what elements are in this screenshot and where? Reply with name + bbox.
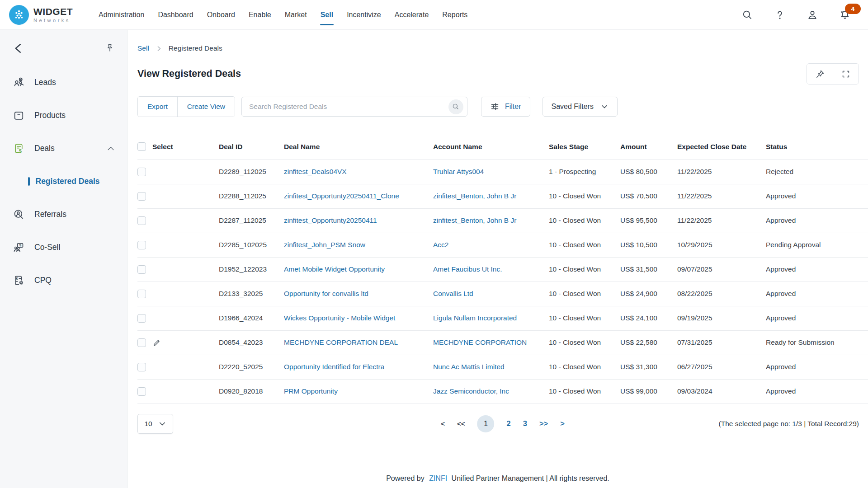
nav-item-accelerate[interactable]: Accelerate <box>388 0 436 29</box>
nav-item-incentivize[interactable]: Incentivize <box>340 0 388 29</box>
chevron-down-icon <box>600 103 609 111</box>
row-checkbox[interactable] <box>137 290 146 298</box>
cell-expected-close-date: 11/22/2025 <box>677 184 766 208</box>
header-sales-stage: Sales Stage <box>549 134 620 160</box>
nav-item-administration[interactable]: Administration <box>92 0 151 29</box>
row-checkbox[interactable] <box>137 168 146 176</box>
account-name-link[interactable]: Jazz Semiconductor, Inc <box>433 387 509 395</box>
create-view-button[interactable]: Create View <box>177 97 235 117</box>
header-amount: Amount <box>620 134 677 160</box>
cell-deal-id: D2220_52025 <box>219 355 284 379</box>
row-checkbox[interactable] <box>137 216 146 225</box>
logo[interactable]: WIDGET Networks <box>9 5 73 25</box>
cell-deal-id: D1966_42024 <box>219 306 284 330</box>
account-name-link[interactable]: MECHDYNE CORPORATION <box>433 338 527 346</box>
saved-filters-button[interactable]: Saved Filters <box>542 97 618 117</box>
nav-item-sell[interactable]: Sell <box>314 0 340 29</box>
pager-next-button[interactable]: > <box>560 419 565 428</box>
sidebar-item-label: Products <box>34 111 66 120</box>
nav-item-onboard[interactable]: Onboard <box>200 0 242 29</box>
page-size-value: 10 <box>144 420 152 428</box>
sidebar-item-leads[interactable]: Leads <box>0 66 127 99</box>
row-checkbox[interactable] <box>137 338 146 347</box>
sidebar-item-label: Co-Sell <box>34 243 60 252</box>
row-checkbox[interactable] <box>137 192 146 201</box>
sidebar-item-cpq[interactable]: $CPQ <box>0 264 127 297</box>
export-button[interactable]: Export <box>138 97 177 117</box>
account-name-link[interactable]: Truhlar Attys004 <box>433 168 484 175</box>
cell-status: Approved <box>766 282 868 306</box>
pin-view-button[interactable] <box>807 64 833 84</box>
nav-item-enable[interactable]: Enable <box>242 0 278 29</box>
nav-item-dashboard[interactable]: Dashboard <box>151 0 200 29</box>
table-row: D2287_112025zinfitest_Opportunty20250411… <box>137 208 868 233</box>
deal-name-link[interactable]: MECHDYNE CORPORATION DEAL <box>284 338 398 346</box>
deal-name-link[interactable]: zinfitest_Deals04VX <box>284 168 347 175</box>
breadcrumb-parent-link[interactable]: Sell <box>137 44 149 52</box>
search-icon[interactable] <box>741 9 753 21</box>
row-checkbox[interactable] <box>137 314 146 323</box>
deal-name-link[interactable]: zinfitest_John_PSM Snow <box>284 241 365 249</box>
help-icon[interactable] <box>774 9 786 21</box>
deal-name-link[interactable]: zinfitest_Opportunty20250411 <box>284 216 377 224</box>
account-name-link[interactable]: Convallis Ltd <box>433 290 473 297</box>
pager-first-button[interactable]: << <box>457 420 465 427</box>
nav-item-market[interactable]: Market <box>278 0 314 29</box>
deal-name-link[interactable]: PRM Opportunity <box>284 387 338 395</box>
notifications-bell-icon[interactable]: 4 <box>839 9 851 21</box>
deal-name-link[interactable]: Opportunity Identified for Electra <box>284 363 384 371</box>
deal-name-link[interactable]: Wickes Opportunity - Mobile Widget <box>284 314 395 322</box>
account-name-link[interactable]: Acc2 <box>433 241 448 249</box>
user-icon[interactable] <box>807 9 818 21</box>
row-checkbox[interactable] <box>137 265 146 274</box>
pager-page-2[interactable]: 2 <box>507 419 511 428</box>
search-submit-icon[interactable] <box>448 99 463 114</box>
pager-page-3[interactable]: 3 <box>523 419 527 428</box>
fullscreen-icon <box>841 69 851 79</box>
account-name-link[interactable]: Amet Faucibus Ut Inc. <box>433 265 502 273</box>
search-input[interactable] <box>249 103 448 111</box>
deal-name-link[interactable]: Amet Mobile Widget Opportunity <box>284 265 385 273</box>
cell-sales-stage: 10 - Closed Won <box>549 379 620 404</box>
cell-amount: US$ 99,000 <box>620 379 677 404</box>
cell-amount: US$ 95,500 <box>620 208 677 233</box>
page-info: (The selected page no: 1/3 | Total Recor… <box>719 420 859 428</box>
pager-last-button[interactable]: >> <box>539 419 548 428</box>
table-row: D2285_102025zinfitest_John_PSM SnowAcc21… <box>137 233 868 257</box>
deal-name-link[interactable]: zinfitest_Opportunty20250411_Clone <box>284 192 399 200</box>
fullscreen-button[interactable] <box>833 64 859 84</box>
nav-item-reports[interactable]: Reports <box>435 0 474 29</box>
page-size-select[interactable]: 10 <box>137 414 173 434</box>
account-name-link[interactable]: Ligula Nullam Incorporated <box>433 314 517 322</box>
row-checkbox[interactable] <box>137 241 146 249</box>
account-name-link[interactable]: zinfitest_Benton, John B Jr <box>433 192 516 200</box>
deals-icon: $ <box>13 142 25 155</box>
pager-prev-button[interactable]: < <box>441 420 445 427</box>
row-checkbox[interactable] <box>137 387 146 396</box>
sidebar-menu: LeadsProducts$DealsRegistered DealsRefer… <box>0 66 127 297</box>
sidebar-item-label: Deals <box>34 144 55 153</box>
footer-prefix: Powered by <box>386 474 425 482</box>
deal-name-link[interactable]: Opportunity for convallis ltd <box>284 290 368 297</box>
pager-page-1[interactable]: 1 <box>477 415 495 432</box>
cell-amount: US$ 70,500 <box>620 184 677 208</box>
select-all-checkbox[interactable] <box>137 142 146 151</box>
account-name-link[interactable]: Nunc Ac Mattis Limited <box>433 363 505 371</box>
edit-icon[interactable] <box>152 338 161 347</box>
sidebar-item-deals[interactable]: $Deals <box>0 132 127 165</box>
cell-amount: US$ 24,100 <box>620 306 677 330</box>
row-checkbox[interactable] <box>137 363 146 371</box>
sidebar-subitem-registered-deals[interactable]: Registered Deals <box>0 165 127 198</box>
sidebar-collapse-icon[interactable] <box>12 42 25 55</box>
sidebar-item-referrals[interactable]: Referrals <box>0 198 127 231</box>
footer-brand-link[interactable]: ZINFI <box>429 474 447 482</box>
sidebar-pin-icon[interactable] <box>104 43 115 54</box>
filter-button[interactable]: Filter <box>481 97 530 117</box>
notification-badge: 4 <box>845 4 861 14</box>
sidebar-item-co-sell[interactable]: $Co-Sell <box>0 231 127 264</box>
cell-expected-close-date: 09/03/2024 <box>677 379 766 404</box>
cell-expected-close-date: 08/22/2025 <box>677 282 766 306</box>
account-name-link[interactable]: zinfitest_Benton, John B Jr <box>433 216 516 224</box>
cell-deal-id: D0920_82018 <box>219 379 284 404</box>
sidebar-item-products[interactable]: Products <box>0 99 127 132</box>
